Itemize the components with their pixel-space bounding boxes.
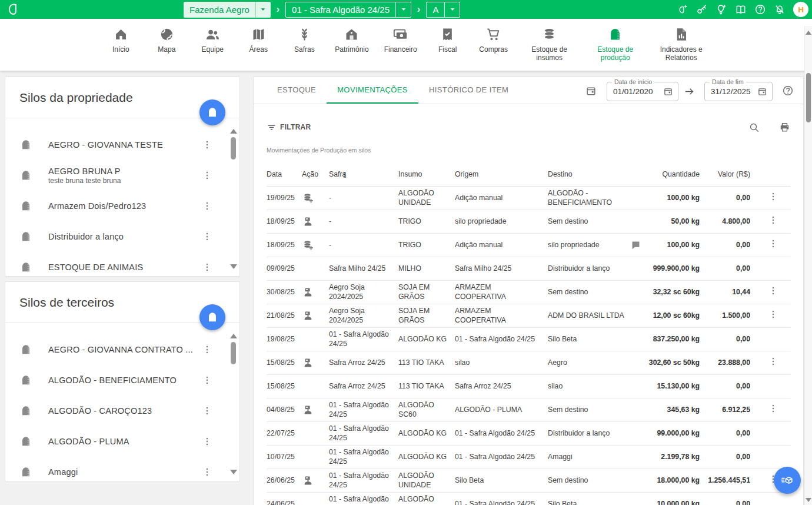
silo-name: AEGRO - GIOVANNA TESTE (48, 140, 202, 149)
kebab-menu-button[interactable] (768, 238, 778, 249)
nav-item-estoque-insumos[interactable]: Estoque de insumos (524, 26, 575, 71)
nav-item-patrimonio[interactable]: Patrimônio (335, 26, 368, 71)
scroll-down-arrow[interactable] (230, 264, 237, 269)
farm-selector[interactable]: Fazenda Aegro (184, 2, 271, 18)
print-icon[interactable] (779, 122, 790, 133)
kebab-menu-button[interactable] (202, 231, 214, 242)
key-icon[interactable] (696, 4, 708, 15)
safra-selector[interactable]: 01 - Safra Algodão 24/25 (285, 2, 411, 18)
table-row[interactable]: 15/08/25Safra Arroz 24/25113 TIO TAKASaf… (267, 375, 790, 398)
chevron-down-icon[interactable] (255, 2, 271, 18)
kebab-menu-button[interactable] (202, 200, 214, 212)
comment-icon[interactable] (630, 240, 641, 251)
list-item[interactable]: ESTOQUE DE ANIMAIS (5, 252, 239, 276)
table-row[interactable]: 24/06/2501 - Safra Algodão 24/25ALGODÃO … (267, 493, 790, 505)
calendar-icon[interactable] (757, 87, 767, 97)
table-row[interactable]: 10/07/2501 - Safra Algodão 24/25ALGODÃO … (267, 446, 790, 469)
nav-item-compras[interactable]: Compras (478, 26, 509, 71)
kebab-menu-button[interactable] (202, 405, 214, 417)
avatar[interactable]: H (793, 2, 808, 17)
scroll-thumb[interactable] (806, 73, 811, 122)
list-item[interactable]: Distribuidor a lanço (5, 221, 239, 252)
nav-item-mapa[interactable]: Mapa (151, 26, 182, 71)
kebab-menu-button[interactable] (202, 170, 214, 181)
calendar-icon[interactable] (585, 85, 597, 97)
nav-item-inicio[interactable]: Início (105, 26, 136, 71)
nav-item-indicadores[interactable]: Indicadores e Relatórios (656, 26, 707, 71)
kebab-icon (202, 262, 212, 273)
lightbulb-plus-icon[interactable] (716, 4, 727, 15)
scroll-up-arrow[interactable] (806, 31, 811, 35)
add-silo-fab[interactable] (199, 304, 225, 330)
list-item[interactable]: ALGODÃO - CAROÇO123 (5, 396, 239, 426)
list-item[interactable]: ALGODÃO - BENEFICIAMENTO (5, 365, 239, 396)
table-row[interactable]: 30/08/25Aegro Soja 2024/2025SOJA EM GRÃO… (267, 281, 790, 304)
list-scrollbar[interactable] (229, 334, 238, 474)
nav-item-fiscal[interactable]: Fiscal (432, 26, 463, 71)
field-selector[interactable]: A (426, 2, 460, 18)
kebab-menu-button[interactable] (768, 309, 778, 320)
table-row[interactable]: 21/08/25Aegro Soja 2024/2025SOJA EM GRÃO… (267, 304, 790, 328)
table-row[interactable]: 19/08/2501 - Safra Algodão 24/25ALGODÃO … (267, 328, 790, 351)
scroll-up-arrow[interactable] (230, 334, 237, 338)
kebab-menu-button[interactable] (768, 215, 778, 225)
end-date-value[interactable]: 31/12/2025 (711, 87, 757, 96)
nav-item-areas[interactable]: Áreas (243, 26, 274, 71)
add-silo-fab[interactable] (199, 99, 225, 125)
tab-estoque[interactable]: ESTOQUE (267, 77, 327, 104)
cell-safra: Aegro Soja 2024/2025 (329, 283, 398, 301)
scroll-thumb[interactable] (231, 342, 236, 364)
nav-item-equipe[interactable]: Equipe (197, 26, 228, 71)
table-row[interactable]: 19/09/25-ALGODÃO UNIDADEAdição manualALG… (267, 187, 790, 210)
table-row[interactable]: 22/07/2501 - Safra Algodão 24/25ALGODÃO … (267, 422, 790, 446)
chevron-down-icon[interactable] (395, 2, 411, 17)
scroll-thumb[interactable] (231, 137, 236, 160)
scroll-down-arrow[interactable] (806, 498, 811, 502)
list-item[interactable]: AEGRO - GIOVANNA CONTRATO ... (5, 334, 239, 365)
list-item[interactable]: AEGRO - GIOVANNA TESTE (5, 129, 239, 160)
start-date-field[interactable]: Data de início 01/01/2020 (607, 82, 678, 101)
page-scrollbar[interactable] (804, 26, 812, 505)
scroll-down-arrow[interactable] (230, 470, 237, 474)
kebab-menu-button[interactable] (202, 466, 214, 478)
tab-movimenta-es[interactable]: MOVIMENTAÇÕES (327, 77, 418, 104)
table-row[interactable]: 26/06/2501 - Safra Algodão 24/25ALGODÃO … (267, 469, 790, 493)
cell-date: 30/08/25 (267, 288, 302, 297)
end-date-field[interactable]: Data de fim 31/12/2025 (704, 82, 773, 101)
kebab-menu-button[interactable] (202, 139, 214, 151)
kebab-menu-button[interactable] (768, 403, 778, 414)
nav-item-estoque-producao[interactable]: Estoque de produção (590, 26, 641, 71)
table-row[interactable]: 09/09/25Safra Milho 24/25MILHOSafra Milh… (267, 257, 790, 281)
chevron-down-icon[interactable] (444, 2, 460, 17)
add-movement-fab[interactable] (774, 467, 801, 494)
list-item[interactable]: Armazem Dois/Pedro123 (5, 191, 239, 221)
table-row[interactable]: 04/08/2501 - Safra Algodão 24/25ALGODÃO … (267, 398, 790, 422)
list-item[interactable]: ALGODÃO - PLUMA (5, 426, 239, 457)
kebab-menu-button[interactable] (202, 261, 214, 273)
aegro-plus-icon[interactable] (677, 4, 688, 15)
table-row[interactable]: 18/09/25-TRIGOsilo propriedadeSem destin… (267, 210, 790, 234)
tab-hist-rico-de-item[interactable]: HISTÓRICO DE ITEM (418, 77, 519, 104)
start-date-value[interactable]: 01/01/2020 (613, 87, 663, 96)
kebab-menu-button[interactable] (768, 285, 778, 296)
nav-item-safras[interactable]: Safras (289, 26, 320, 71)
list-item[interactable]: AEGRO BRUNA Pteste bruna teste bruna (5, 160, 239, 191)
bell-off-icon[interactable] (774, 4, 786, 15)
help-icon[interactable] (754, 4, 766, 15)
calendar-icon[interactable] (663, 87, 673, 97)
kebab-menu-button[interactable] (768, 356, 778, 367)
kebab-menu-button[interactable] (202, 344, 214, 356)
list-item[interactable]: Amaggi (5, 457, 239, 481)
help-icon[interactable] (782, 85, 794, 97)
scroll-up-arrow[interactable] (230, 129, 237, 134)
kebab-menu-button[interactable] (202, 374, 214, 386)
kebab-menu-button[interactable] (768, 191, 778, 202)
table-row[interactable]: 18/09/25-TRIGOAdição manualsilo propried… (267, 234, 790, 257)
filter-button[interactable]: FILTRAR (267, 122, 311, 132)
book-icon[interactable] (735, 4, 747, 15)
search-icon[interactable] (748, 122, 760, 133)
kebab-menu-button[interactable] (202, 436, 214, 447)
table-row[interactable]: 15/08/25Safra Arroz 24/25113 TIO TAKAsil… (267, 351, 790, 375)
list-scrollbar[interactable] (229, 129, 238, 269)
nav-item-financeiro[interactable]: Financeiro (384, 26, 417, 71)
